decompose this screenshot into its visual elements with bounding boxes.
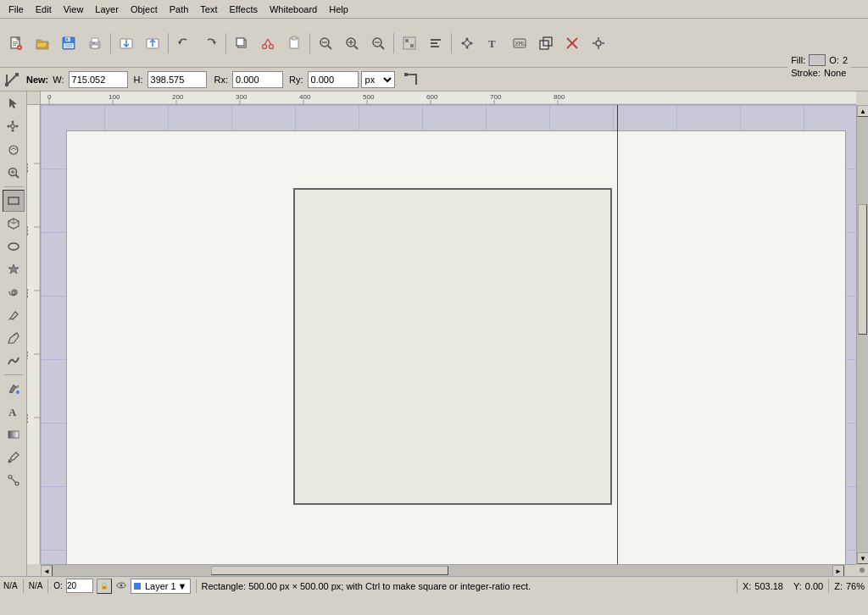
paste-button[interactable]	[281, 32, 307, 54]
width-input[interactable]	[69, 71, 128, 88]
svg-point-49	[470, 42, 473, 44]
commandbar: T XML	[0, 19, 868, 68]
select-tool-btn[interactable]	[3, 93, 25, 115]
svg-rect-66	[404, 73, 408, 76]
open-button[interactable]	[30, 32, 55, 54]
align-btn[interactable]	[423, 32, 448, 54]
scroll-corner	[856, 564, 868, 576]
tool-sep2	[4, 374, 23, 375]
zoom-in-btn[interactable]	[339, 32, 364, 54]
ry-input[interactable]	[308, 71, 359, 88]
rx-label: Rx:	[214, 75, 229, 85]
unit-select[interactable]: px mm cm in pt	[361, 71, 395, 88]
scroll-thumb-v[interactable]	[858, 204, 867, 335]
xml-btn[interactable]: XML	[507, 32, 532, 54]
menu-help[interactable]: Help	[324, 3, 353, 16]
scroll-down-btn[interactable]: ▼	[857, 552, 868, 564]
svg-text:XML: XML	[515, 41, 526, 47]
svg-marker-79	[8, 264, 19, 274]
scroll-thumb-h[interactable]	[211, 566, 448, 575]
save-button[interactable]	[56, 32, 81, 54]
svg-rect-2	[13, 42, 18, 42]
horizontal-scrollbar[interactable]: ◄ ►	[41, 564, 856, 576]
star-tool-btn[interactable]	[3, 258, 25, 280]
dropper-tool-btn[interactable]	[3, 446, 25, 468]
snapbar: New: W: H: Rx: Ry: px mm cm in pt	[0, 68, 868, 91]
undo-button[interactable]	[171, 32, 197, 54]
text-tool-btn[interactable]: T	[481, 32, 506, 54]
height-input[interactable]	[147, 71, 207, 88]
3d-box-tool-btn[interactable]	[3, 213, 25, 235]
menu-effects[interactable]: Effects	[225, 3, 263, 16]
cut-button[interactable]	[255, 32, 281, 54]
export-button[interactable]	[140, 32, 165, 54]
pencil-tool-btn[interactable]	[3, 304, 25, 326]
tweak-tool-btn[interactable]	[3, 139, 25, 161]
svg-point-82	[16, 391, 19, 394]
sep3	[225, 33, 226, 53]
lock-btn[interactable]: 🔒	[97, 579, 112, 594]
redo-button[interactable]	[198, 32, 223, 54]
transform-btn[interactable]	[397, 32, 422, 54]
x-value-status: 503.18	[754, 581, 783, 591]
menu-whiteboard[interactable]: Whiteboard	[264, 3, 322, 16]
print-button[interactable]	[82, 32, 108, 54]
svg-text:200: 200	[172, 93, 184, 101]
scroll-right-btn[interactable]: ►	[832, 565, 844, 576]
svg-rect-84	[8, 431, 19, 438]
rect-tool-btn[interactable]	[3, 190, 25, 212]
svg-rect-12	[65, 44, 72, 47]
menu-edit[interactable]: Edit	[31, 3, 57, 16]
paint-bucket-tool-btn[interactable]	[3, 378, 25, 400]
menu-file[interactable]: File	[3, 3, 29, 16]
svg-line-28	[268, 39, 271, 45]
text-tool-btn[interactable]: A	[3, 401, 25, 423]
fill-swatch[interactable]	[809, 54, 826, 66]
menu-view[interactable]: View	[58, 3, 89, 16]
rx-input[interactable]	[232, 71, 283, 88]
pen-tool-btn[interactable]	[3, 327, 25, 349]
svg-text:400: 400	[27, 351, 29, 361]
node-edit-btn[interactable]	[454, 32, 480, 54]
import-button[interactable]	[114, 32, 139, 54]
svg-point-69	[15, 125, 18, 128]
svg-line-88	[11, 478, 15, 482]
preferences-btn[interactable]	[586, 32, 611, 54]
svg-text:800: 800	[554, 93, 565, 101]
gradient-tool-btn[interactable]	[3, 424, 25, 446]
zoom-fit-btn[interactable]	[313, 32, 338, 54]
layer-dropdown[interactable]: Layer 1 ▼	[131, 579, 191, 594]
menu-object[interactable]: Object	[125, 3, 163, 16]
vertical-scrollbar[interactable]: ▲ ▼	[856, 105, 868, 564]
zoom-tool-btn[interactable]	[3, 162, 25, 184]
scroll-track-h[interactable]	[53, 565, 844, 576]
canvas-container[interactable]: 0 100 200 300 400 500 600 700 80	[27, 91, 868, 576]
fill-stroke-panel: Fill: O: 2 Stroke: None	[787, 53, 851, 81]
new-button[interactable]	[3, 32, 29, 54]
drawn-rectangle[interactable]	[293, 188, 612, 505]
spiral-tool-btn[interactable]	[3, 281, 25, 303]
fill-stroke-btn[interactable]	[533, 32, 559, 54]
scroll-up-btn[interactable]: ▲	[857, 105, 868, 117]
svg-rect-47	[464, 39, 470, 46]
scroll-track-v[interactable]	[857, 117, 868, 552]
svg-text:500: 500	[27, 413, 29, 424]
menu-text[interactable]: Text	[195, 3, 222, 16]
menu-path[interactable]: Path	[164, 3, 194, 16]
scroll-left-btn[interactable]: ◄	[41, 565, 53, 576]
ellipse-tool-btn[interactable]	[3, 235, 25, 258]
connector-tool-btn[interactable]	[3, 469, 25, 491]
sep6	[451, 33, 452, 53]
opacity-status-input[interactable]	[66, 579, 93, 593]
menu-layer[interactable]: Layer	[90, 3, 124, 16]
node-tool-btn[interactable]	[3, 116, 25, 138]
svg-point-59	[596, 41, 601, 46]
svg-text:300: 300	[236, 93, 248, 101]
calligraphy-tool-btn[interactable]	[3, 350, 25, 372]
duplicate-button[interactable]	[229, 32, 254, 54]
svg-rect-42	[405, 39, 409, 42]
canvas-area[interactable]	[41, 105, 856, 564]
svg-line-80	[8, 319, 10, 320]
zoom-out-btn[interactable]	[365, 32, 391, 54]
close-btn[interactable]	[559, 32, 585, 54]
